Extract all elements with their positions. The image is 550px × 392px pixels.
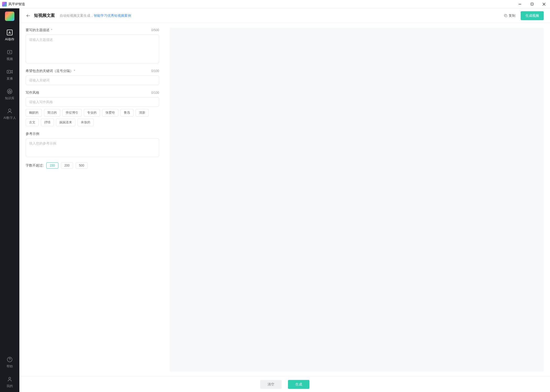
sidebar-item-label: 知识库 bbox=[5, 96, 14, 101]
copy-icon bbox=[504, 14, 508, 18]
back-button[interactable] bbox=[26, 13, 31, 18]
style-tag[interactable]: 旁征博引 bbox=[62, 109, 82, 117]
sidebar-item-label: AI数字人 bbox=[3, 116, 16, 120]
style-tag[interactable]: 抒情 bbox=[41, 119, 54, 126]
letter-a-icon: A bbox=[7, 30, 13, 35]
sidebar-item-digital-human[interactable]: AI数字人 bbox=[0, 104, 19, 124]
svg-point-14 bbox=[9, 377, 10, 379]
style-label: 写作风格 bbox=[26, 90, 39, 95]
svg-rect-16 bbox=[505, 15, 507, 17]
keywords-group: 希望包含的关键词（逗号分隔）* 0/100 bbox=[26, 69, 159, 85]
close-button[interactable] bbox=[538, 0, 550, 8]
copy-button[interactable]: 复制 bbox=[502, 12, 518, 19]
example-input[interactable] bbox=[26, 138, 159, 157]
keywords-label: 希望包含的关键词（逗号分隔）* bbox=[26, 69, 75, 73]
style-counter: 0/100 bbox=[151, 91, 159, 95]
wordlimit-option[interactable]: 150 bbox=[46, 162, 58, 169]
sidebar-item-video[interactable]: 视频 bbox=[0, 45, 19, 65]
svg-marker-5 bbox=[9, 51, 11, 53]
maximize-button[interactable] bbox=[526, 0, 538, 8]
avatar-icon bbox=[7, 108, 13, 114]
form-column: 要写的主题描述 * 0/500 希望包含的关键词（逗号分隔）* 0/100 bbox=[26, 28, 159, 372]
generate-button[interactable]: 生成 bbox=[288, 380, 309, 389]
page-header: 短视频文案 自动短视频文案生成，智能学习优秀短视频案例 复制 生成视频 bbox=[19, 8, 550, 23]
style-tag[interactable]: 奔放的 bbox=[77, 119, 94, 126]
sidebar-item-label: AI创作 bbox=[5, 37, 14, 42]
footer: 清空 生成 bbox=[19, 376, 550, 392]
sidebar-item-live[interactable]: 直播 bbox=[0, 65, 19, 85]
camera-icon bbox=[7, 69, 13, 75]
style-tag[interactable]: 鲁迅 bbox=[120, 109, 134, 117]
topic-label: 要写的主题描述 * bbox=[26, 28, 52, 32]
video-icon bbox=[7, 49, 13, 55]
app-icon bbox=[2, 2, 7, 7]
sidebar-item-help[interactable]: 帮助 bbox=[0, 353, 19, 372]
style-tag[interactable]: 专业的 bbox=[84, 109, 100, 117]
style-tag[interactable]: 娓娓道来 bbox=[56, 119, 75, 126]
preview-panel bbox=[170, 28, 544, 372]
keywords-counter: 0/100 bbox=[151, 69, 159, 73]
sidebar-item-knowledge[interactable]: 知识库 bbox=[0, 85, 19, 104]
style-tag[interactable]: 幽默的 bbox=[26, 109, 42, 117]
svg-point-13 bbox=[9, 361, 10, 361]
style-tag[interactable]: 简洁的 bbox=[44, 109, 60, 117]
example-label: 参考示例 bbox=[26, 131, 39, 136]
sidebar: A AI创作 视频 直播 知识库 AI数字人 帮助 bbox=[0, 8, 19, 392]
svg-rect-1 bbox=[531, 3, 533, 5]
sidebar-item-ai-create[interactable]: A AI创作 bbox=[0, 26, 19, 45]
svg-marker-7 bbox=[11, 70, 12, 73]
style-tag[interactable]: 古文 bbox=[26, 119, 39, 126]
sidebar-item-label: 我的 bbox=[7, 384, 13, 388]
page-subtitle: 自动短视频文案生成，智能学习优秀短视频案例 bbox=[60, 13, 131, 18]
wordlimit-label: 字数不超过: bbox=[26, 163, 44, 168]
page-title: 短视频文案 bbox=[34, 13, 55, 18]
wordlimit-option[interactable]: 200 bbox=[61, 162, 73, 169]
keywords-input[interactable] bbox=[26, 75, 159, 85]
wordlimit-option[interactable]: 500 bbox=[76, 162, 88, 169]
style-input[interactable] bbox=[26, 97, 159, 107]
style-group: 写作风格 0/100 幽默的 简洁的 旁征博引 专业的 张爱玲 鲁迅 清新 bbox=[26, 90, 159, 126]
style-tag[interactable]: 清新 bbox=[136, 109, 149, 117]
star-icon bbox=[7, 88, 13, 95]
svg-marker-8 bbox=[8, 71, 9, 73]
user-icon bbox=[7, 376, 13, 382]
topic-group: 要写的主题描述 * 0/500 bbox=[26, 28, 159, 63]
style-tag[interactable]: 张爱玲 bbox=[102, 109, 118, 117]
sidebar-item-mine[interactable]: 我的 bbox=[0, 372, 19, 392]
generate-video-button[interactable]: 生成视频 bbox=[521, 11, 544, 20]
svg-point-11 bbox=[8, 109, 11, 111]
minimize-button[interactable] bbox=[514, 0, 526, 8]
clear-button[interactable]: 清空 bbox=[260, 380, 282, 389]
topic-input[interactable] bbox=[26, 35, 159, 63]
app-name: 风平IP智造 bbox=[8, 2, 25, 7]
wordlimit-group: 字数不超过: 150 200 500 bbox=[26, 162, 159, 169]
sidebar-item-label: 视频 bbox=[7, 57, 13, 61]
titlebar: 风平IP智造 bbox=[0, 0, 550, 8]
logo-icon bbox=[5, 12, 14, 21]
sidebar-item-label: 帮助 bbox=[7, 364, 13, 369]
svg-marker-10 bbox=[8, 90, 11, 93]
example-group: 参考示例 bbox=[26, 131, 159, 157]
topic-counter: 0/500 bbox=[151, 28, 159, 32]
style-tags: 幽默的 简洁的 旁征博引 专业的 张爱玲 鲁迅 清新 古文 抒情 娓娓道来 奔放… bbox=[26, 109, 159, 126]
sidebar-item-label: 直播 bbox=[7, 76, 13, 81]
help-icon bbox=[7, 356, 13, 363]
